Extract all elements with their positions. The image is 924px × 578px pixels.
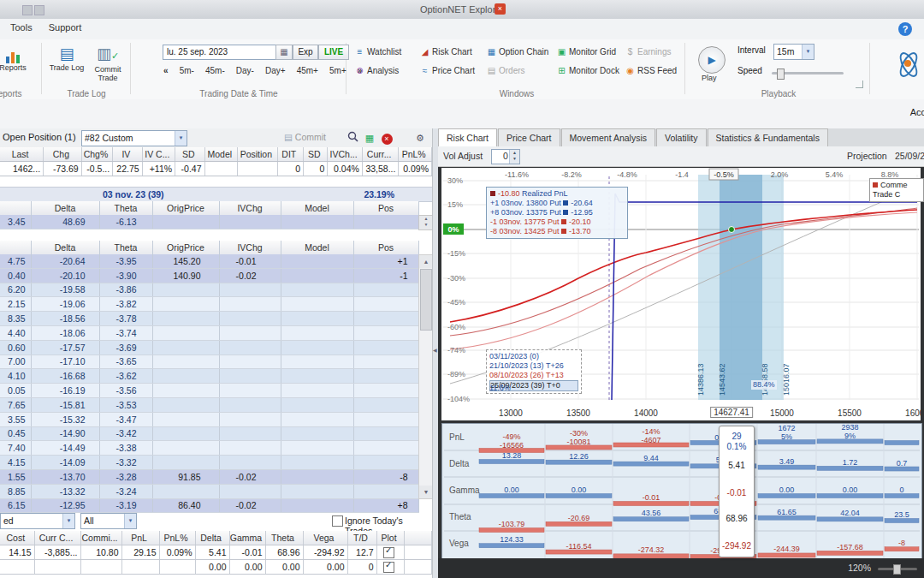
strike-row[interactable]: 6.20-19.58-3.86: [0, 283, 418, 297]
column-header[interactable]: Theta: [265, 531, 303, 545]
quick-access-icon[interactable]: [22, 5, 33, 15]
legend-date[interactable]: 21/10/2023 (13) T+26: [489, 361, 578, 371]
column-header[interactable]: OrigPrice: [152, 241, 219, 254]
scrollbar-thumb[interactable]: [420, 269, 432, 331]
tab-price-chart[interactable]: Price Chart: [498, 128, 560, 146]
strike-row[interactable]: 7.40-14.49-3.38: [0, 441, 418, 456]
totals-row[interactable]: 0.00 0.00 0.00 0.00 0: [0, 560, 432, 575]
tab-statistics[interactable]: Statistics & Fundamentals: [708, 128, 828, 146]
column-header[interactable]: Delta: [31, 241, 99, 254]
strike-row[interactable]: 3.55-15.32-3.47: [0, 412, 418, 426]
spinner-arrows-icon[interactable]: ▲▼: [509, 150, 519, 164]
summary-spinner[interactable]: ▲ ▼: [418, 215, 432, 230]
collapse-arrow-icon[interactable]: ◀: [433, 347, 437, 353]
column-header[interactable]: Model: [204, 147, 237, 162]
windows-option-chain[interactable]: ▦Option Chain: [486, 45, 553, 60]
strike-scrollbar[interactable]: ▲ ▼: [418, 254, 432, 499]
column-header[interactable]: Theta: [99, 241, 152, 254]
legend-date[interactable]: 03/11/2023 (0): [489, 352, 578, 361]
strike-row[interactable]: 0.40-20.10-3.90140.90-0.02-1: [0, 268, 418, 283]
tab-risk-chart[interactable]: Risk Chart: [438, 128, 497, 146]
nav-5m-forward[interactable]: 5m+: [325, 64, 351, 77]
column-header[interactable]: Curr C...: [34, 531, 80, 545]
windows-risk-chart[interactable]: ◢Risk Chart: [419, 45, 486, 60]
strike-row[interactable]: 7.00-17.10-3.65: [0, 355, 418, 369]
scroll-up-icon[interactable]: ▲: [419, 255, 432, 268]
column-header[interactable]: Position: [238, 147, 278, 162]
grid-export-icon[interactable]: ▦: [363, 131, 376, 145]
column-header[interactable]: PnL%: [399, 147, 432, 162]
strike-row[interactable]: 8.35-18.56-3.78: [0, 312, 418, 326]
strike-row[interactable]: 0.45-14.90-3.42: [0, 426, 418, 441]
gear-icon[interactable]: ⚙: [413, 131, 427, 145]
scroll-down-icon[interactable]: ▼: [419, 486, 432, 498]
position-data-row[interactable]: 1462... -73.69 -0.5... 22.75 +11% -0.47 …: [0, 162, 432, 176]
strike-row[interactable]: 4.40-18.06-3.74: [0, 325, 418, 340]
reports-button[interactable]: Reports: [0, 42, 39, 88]
trading-date-field[interactable]: lu. 25 sep. 2023: [163, 45, 279, 60]
step-far-back-icon[interactable]: «: [159, 64, 173, 77]
column-header[interactable]: DIT: [277, 147, 303, 162]
menu-tools[interactable]: Tools: [3, 19, 39, 36]
delete-icon[interactable]: ×: [380, 131, 394, 145]
speed-slider-handle[interactable]: [777, 69, 785, 80]
column-header[interactable]: IV: [113, 147, 142, 162]
column-header[interactable]: IV C...: [142, 147, 175, 162]
strike-row[interactable]: 4.10-16.68-3.62: [0, 369, 418, 384]
column-header[interactable]: Model: [281, 201, 353, 215]
column-header[interactable]: Model: [281, 241, 353, 254]
windows-price-chart[interactable]: ≈Price Chart: [419, 63, 486, 79]
exp-button[interactable]: Exp: [293, 45, 318, 60]
atom-icon[interactable]: [893, 46, 922, 80]
plot-checkbox[interactable]: [383, 547, 394, 558]
nav-45m-back[interactable]: 45m-: [201, 64, 229, 77]
help-icon[interactable]: ?: [898, 22, 912, 36]
commit-trade-button[interactable]: ▥✓ Commit Trade: [86, 42, 129, 88]
strike-row[interactable]: 8.85-13.32-3.24: [0, 484, 418, 498]
column-header[interactable]: Curr...: [362, 147, 399, 162]
column-header[interactable]: Pos: [353, 201, 418, 215]
windows-watchlist[interactable]: ≡Watchlist: [354, 45, 421, 60]
column-header[interactable]: Chg%: [81, 147, 112, 162]
column-header[interactable]: Theta: [99, 201, 152, 215]
strike-row[interactable]: 4.15-14.09-3.32: [0, 456, 418, 470]
column-header[interactable]: Plot: [376, 531, 404, 545]
vol-adjust-spinner[interactable]: 0 ▲▼: [491, 149, 520, 164]
dialog-launcher-icon[interactable]: [856, 80, 863, 88]
column-header[interactable]: IVChg: [219, 201, 281, 215]
menu-support[interactable]: Support: [42, 19, 89, 36]
nav-day-back[interactable]: Day-: [232, 64, 258, 77]
close-icon[interactable]: ×: [495, 3, 506, 15]
play-button[interactable]: ▶: [698, 46, 726, 74]
column-header[interactable]: PnL: [121, 531, 159, 545]
column-header[interactable]: OrigPrice: [152, 201, 219, 215]
column-header[interactable]: SD: [304, 147, 328, 162]
commit-button[interactable]: ▤ Commit: [284, 130, 335, 145]
risk-chart-area[interactable]: 14386.1314543.6214858.5815016.07-11.6%-8…: [441, 168, 921, 420]
tab-volatility[interactable]: Volatility: [656, 128, 707, 146]
column-header[interactable]: Chg: [44, 147, 82, 162]
tab-movement-analysis[interactable]: Movement Analysis: [561, 128, 655, 146]
nav-45m-forward[interactable]: 45m+: [293, 64, 323, 77]
column-header[interactable]: Vega: [303, 531, 347, 545]
zoom-search-icon[interactable]: [346, 131, 359, 145]
totals-row[interactable]: 14.15 -3,885... 10.80 29.15 0.09% 5.41 -…: [0, 545, 432, 560]
column-header[interactable]: Commi...: [80, 531, 121, 545]
column-header[interactable]: SD: [175, 147, 204, 162]
windows-analysis[interactable]: ⊙Analysis: [354, 63, 421, 79]
nav-day-forward[interactable]: Day+: [261, 64, 290, 77]
column-header[interactable]: IVCh...: [328, 147, 363, 162]
strike-row[interactable]: 7.65-15.81-3.53: [0, 397, 418, 412]
column-header[interactable]: [0, 241, 31, 254]
column-header[interactable]: Cost: [0, 531, 34, 545]
expiry-group-header[interactable]: 03 nov. 23 (39) 23.19%: [0, 187, 432, 202]
strike-row[interactable]: 0.05-16.19-3.56: [0, 384, 418, 398]
strike-row[interactable]: 0.60-17.57-3.69: [0, 340, 418, 355]
column-header[interactable]: T/D: [347, 531, 376, 545]
column-header[interactable]: [0, 201, 31, 215]
plot-checkbox[interactable]: [383, 562, 394, 573]
greeks-ladder[interactable]: PnL-49%-16566-30%-10081-14%-4607290.1%16…: [441, 423, 922, 562]
calendar-icon[interactable]: ▦: [275, 45, 293, 60]
column-header[interactable]: Delta: [31, 201, 99, 215]
nav-5m-back[interactable]: 5m-: [175, 64, 198, 77]
